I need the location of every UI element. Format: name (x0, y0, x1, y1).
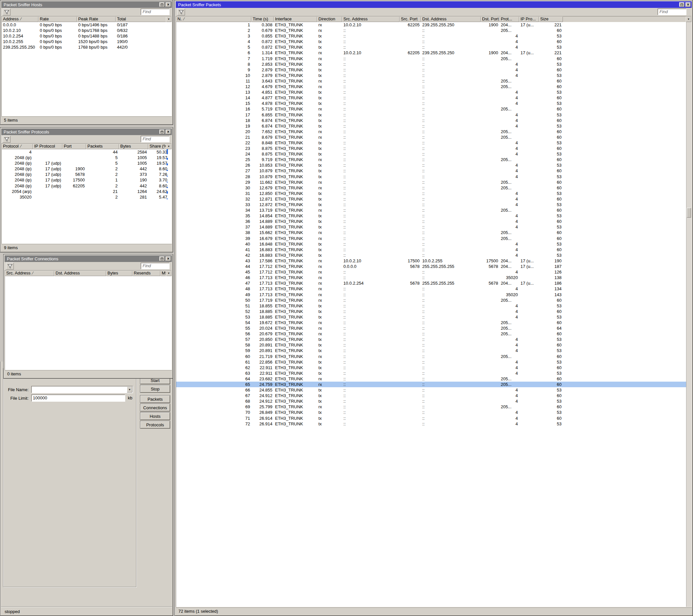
table-row[interactable]: 6724.912ETH3_TRUNKtx::::460 (176, 393, 686, 398)
table-row[interactable]: 207.652ETH3_TRUNKrx::::205...60 (176, 129, 686, 134)
table-row[interactable]: 2048 (ip)17 (udp)567823737.26 (2, 172, 172, 177)
find-input[interactable]: Find (657, 8, 687, 15)
hosts-button[interactable]: Hosts (140, 412, 170, 420)
table-row[interactable]: 4116.883ETH3_TRUNKtx::::460 (176, 247, 686, 252)
column-header-ip-pro[interactable]: IP Pro... (519, 16, 539, 22)
find-input[interactable]: Find (141, 263, 170, 269)
table-row[interactable]: 5520.024ETH3_TRUNKrx::::205...64 (176, 325, 686, 331)
column-header-share[interactable]: Share (%) (148, 143, 169, 149)
table-row[interactable]: 7026.849ETH3_TRUNKtx::::453 (176, 409, 686, 415)
table-row[interactable]: 6322.911ETH3_TRUNKtx::::453 (176, 370, 686, 376)
stop-button[interactable]: Stop (140, 385, 170, 393)
file-limit-input[interactable]: 100000 (31, 394, 125, 402)
table-row[interactable]: 5620.679ETH3_TRUNKrx::::205...60 (176, 331, 686, 336)
column-header-src-address[interactable]: Src. Address (342, 16, 400, 22)
packets-button[interactable]: Packets (140, 395, 170, 403)
table-row[interactable]: 6122.856ETH3_TRUNKtx::::453 (176, 359, 686, 365)
table-row[interactable]: 113.643ETH3_TRUNKrx::::205...60 (176, 78, 686, 84)
column-header-bytes[interactable]: Bytes (119, 143, 148, 149)
filter-button[interactable] (177, 8, 185, 16)
table-row[interactable]: 10.0.2.2550 bps/0 bps1520 bps/0 bps190/0 (2, 39, 172, 44)
file-name-dropdown-button[interactable]: ▼ (127, 387, 133, 392)
maximize-button[interactable] (159, 256, 165, 261)
table-row[interactable]: 5720.850ETH3_TRUNKtx::::453 (176, 336, 686, 342)
protocols-button[interactable]: Protocols (140, 421, 170, 429)
table-row[interactable]: 2911.662ETH3_TRUNKrx::::205...60 (176, 179, 686, 185)
column-header-dst-port[interactable]: Dst. Port (481, 16, 499, 22)
table-row[interactable]: 134.851ETH3_TRUNKtx::::453 (176, 90, 686, 95)
table-row[interactable]: 7226.914ETH3_TRUNKtx::::453 (176, 421, 686, 427)
table-row[interactable]: 3112.850ETH3_TRUNKtx::::453 (176, 191, 686, 196)
column-select-button[interactable]: ▼ (166, 271, 172, 276)
table-row[interactable]: 6925.799ETH3_TRUNKrx::::205...60 (176, 404, 686, 409)
table-row[interactable]: 3714.889ETH3_TRUNKtx::::453 (176, 224, 686, 230)
table-row[interactable]: 3514.854ETH3_TRUNKtx::::453 (176, 213, 686, 218)
column-header-prot[interactable]: Prot... (499, 16, 519, 22)
table-row[interactable]: 0.0.0.00 bps/0 bps0 bps/1496 bps0/187 (2, 22, 172, 27)
column-header-direction[interactable]: Direction (317, 16, 342, 22)
column-header-dst-address[interactable]: Dst. Address (421, 16, 481, 22)
table-row[interactable]: 5920.891ETH3_TRUNKtx::::453 (176, 348, 686, 353)
close-button[interactable]: × (165, 2, 171, 7)
column-header-ip-protocol[interactable]: IP Protocol (33, 143, 62, 149)
table-row[interactable]: 259.719ETH3_TRUNKrx::::205...60 (176, 157, 686, 162)
table-row[interactable]: 4517.712ETH3_TRUNKrx::::4126 (176, 269, 686, 275)
column-header-n[interactable]: N.∕ (176, 16, 251, 22)
table-row[interactable]: 2048 (ip)17 (udp)190024428.60 (2, 166, 172, 172)
table-row[interactable]: 3614.889ETH3_TRUNKtx::::460 (176, 218, 686, 224)
table-row[interactable]: 4417.712ETH3_TRUNKrx0.0.0.05678255.255.2… (176, 264, 686, 269)
table-row[interactable]: 154.878ETH3_TRUNKtx::::453 (176, 101, 686, 106)
table-row[interactable]: 444258450.33 (2, 149, 172, 155)
table-row[interactable]: 4717.713ETH3_TRUNKrx10.0.2.2545678255.25… (176, 281, 686, 286)
table-row[interactable]: 2054 (arp)21126424.62 (2, 189, 172, 194)
table-row[interactable]: 238.875ETH3_TRUNKtx::::460 (176, 146, 686, 151)
table-row[interactable]: 6624.855ETH3_TRUNKtx::::453 (176, 387, 686, 393)
table-row[interactable]: 82.853ETH3_TRUNKtx::::453 (176, 61, 686, 67)
table-row[interactable]: 4617.713ETH3_TRUNKrx::::35020138 (176, 275, 686, 281)
column-header-rate[interactable]: Rate (38, 16, 77, 22)
table-row[interactable]: 5318.885ETH3_TRUNKtx::::453 (176, 314, 686, 320)
table-row[interactable]: 2710.879ETH3_TRUNKtx::::460 (176, 168, 686, 174)
table-row[interactable]: 228.848ETH3_TRUNKtx::::453 (176, 140, 686, 146)
table-row[interactable]: 4917.713ETH3_TRUNKrx::::35020143 (176, 292, 686, 297)
table-row[interactable]: 6222.911ETH3_TRUNKtx::::460 (176, 365, 686, 370)
column-select-button[interactable]: ▼ (166, 16, 172, 22)
column-header-protocol[interactable]: Protocol∕ (2, 143, 33, 149)
table-row[interactable]: 40.872ETH3_TRUNKtx::::460 (176, 39, 686, 44)
maximize-button[interactable] (679, 2, 685, 7)
table-row[interactable]: 10.0.2.2540 bps/0 bps0 bps/1488 bps0/186 (2, 33, 172, 39)
close-button[interactable]: × (686, 2, 691, 7)
filter-button[interactable] (6, 263, 14, 270)
table-row[interactable]: 5419.672ETH3_TRUNKrx::::205...60 (176, 320, 686, 325)
table-row[interactable]: 3916.679ETH3_TRUNKrx::::205...60 (176, 236, 686, 241)
connections-titlebar[interactable]: Packet Sniffer Connections × (5, 255, 172, 262)
maximize-button[interactable] (159, 130, 165, 134)
close-button[interactable]: × (165, 130, 171, 134)
table-row[interactable]: 5017.719ETH3_TRUNKrx::::205...60 (176, 297, 686, 303)
column-header-src-address[interactable]: Src. Address∕ (5, 271, 54, 276)
column-select-button[interactable]: ▼ (166, 143, 172, 149)
table-row[interactable]: 2048 (ip)17 (udp)1750011903.70 (2, 177, 172, 183)
table-row[interactable]: 2048 (ip)17 (udp)6220524428.60 (2, 183, 172, 189)
scrollbar-thumb[interactable] (687, 208, 691, 218)
find-input[interactable]: Find (141, 136, 170, 142)
column-header-src-port[interactable]: Src. Port (400, 16, 421, 22)
table-row[interactable]: 239.255.255.2500 bps/0 bps1768 bps/0 bps… (2, 44, 172, 50)
table-row[interactable]: 2610.853ETH3_TRUNKtx::::453 (176, 162, 686, 168)
column-header-time-s[interactable]: Time (s) (251, 16, 274, 22)
column-header-bytes[interactable]: Bytes (106, 271, 133, 276)
table-row[interactable]: 5218.885ETH3_TRUNKtx::::460 (176, 309, 686, 314)
table-row[interactable]: 10.308ETH3_TRUNKrx10.0.2.1062205239.255.… (176, 22, 686, 27)
table-row[interactable]: 20.679ETH3_TRUNKrx::::205...60 (176, 27, 686, 33)
table-row[interactable]: 124.679ETH3_TRUNKrx::::205...60 (176, 84, 686, 90)
table-row[interactable]: 248.875ETH3_TRUNKtx::::453 (176, 151, 686, 157)
column-header-address[interactable]: Address∕ (2, 16, 38, 22)
connections-button[interactable]: Connections (140, 404, 170, 411)
table-row[interactable]: 4817.713ETH3_TRUNKrx::::4134 (176, 286, 686, 292)
column-header-dst-address[interactable]: Dst. Address (54, 271, 106, 276)
packets-titlebar[interactable]: Packet Sniffer Packets × (176, 1, 692, 8)
column-header-total[interactable]: Total (116, 16, 168, 22)
table-row[interactable]: 50.872ETH3_TRUNKtx::::453 (176, 44, 686, 50)
table-row[interactable]: 2810.879ETH3_TRUNKtx::::453 (176, 174, 686, 179)
table-row[interactable]: 61.314ETH3_TRUNKrx10.0.2.1062205239.255.… (176, 50, 686, 56)
